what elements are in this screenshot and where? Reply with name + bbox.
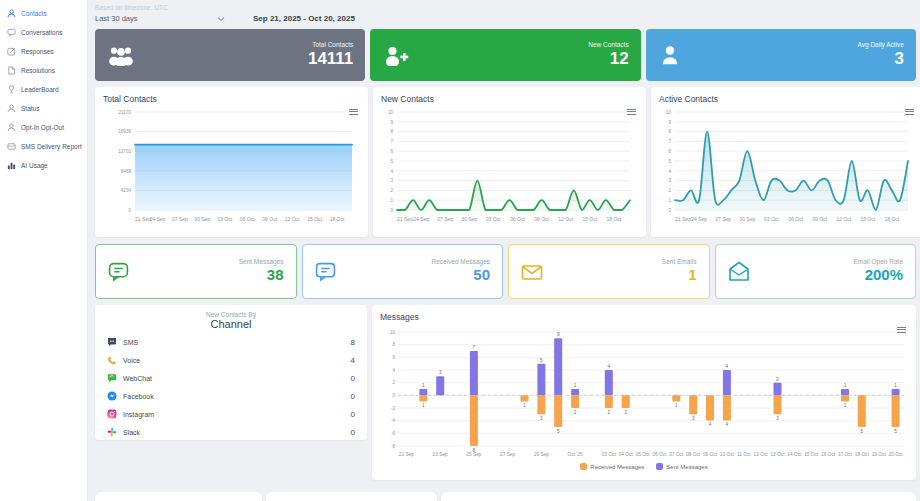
stat-cards-row: Total Contacts14111 New Contacts12 Avg D… [95, 29, 916, 81]
svg-text:8: 8 [668, 129, 671, 134]
svg-text:04 Oct: 04 Oct [619, 452, 634, 457]
svg-text:1: 1 [668, 198, 671, 203]
svg-text:11 Oct: 11 Oct [737, 452, 751, 457]
svg-text:2: 2 [574, 410, 577, 415]
channel-panel-subtitle: New Contacts By [107, 311, 355, 318]
svg-text:8: 8 [392, 342, 395, 347]
svg-text:03 Oct: 03 Oct [217, 216, 232, 222]
svg-text:15 Oct: 15 Oct [804, 452, 819, 457]
svg-text:13 Oct: 13 Oct [770, 452, 785, 457]
svg-text:10: 10 [666, 110, 672, 115]
chart-menu-icon[interactable] [349, 107, 358, 116]
svg-text:06 Oct: 06 Oct [652, 452, 667, 457]
chevron-down-icon [217, 16, 225, 22]
channel-value: 0 [351, 374, 355, 383]
svg-text:15 Oct: 15 Oct [860, 216, 875, 222]
timezone-note: Based on timezone: UTC [95, 4, 916, 11]
svg-text:1: 1 [894, 383, 897, 388]
stat-box-value: 200% [854, 265, 904, 285]
sidebar-item-status[interactable]: Status [0, 99, 87, 118]
svg-text:23 Sep: 23 Sep [433, 452, 449, 457]
stat-box-value: 50 [431, 265, 490, 285]
svg-text:9: 9 [390, 120, 393, 125]
svg-text:10 Oct: 10 Oct [720, 452, 735, 457]
svg-text:3: 3 [668, 178, 671, 183]
svg-text:4: 4 [668, 169, 671, 174]
envelope-icon [521, 262, 543, 282]
svg-text:09 Oct: 09 Oct [534, 216, 549, 222]
svg-text:-4: -4 [391, 418, 396, 423]
channel-row-slack: Slack 0 [107, 423, 355, 441]
stat-card-label: New Contacts [588, 41, 628, 48]
new-contacts-card: New Contacts12 [370, 29, 640, 81]
svg-text:9: 9 [668, 120, 671, 125]
legend-item-received[interactable]: Received Messages [580, 463, 644, 470]
total-contacts-panel: Total Contacts 2117016936127028468423402… [95, 87, 368, 237]
chart-menu-icon[interactable] [905, 107, 914, 116]
partial-card [441, 492, 916, 501]
legend-item-sent[interactable]: Sent Messages [656, 463, 707, 470]
svg-text:24 Sep: 24 Sep [413, 216, 429, 222]
user-plus-icon [382, 44, 410, 66]
user-icon [7, 104, 16, 113]
channel-value: 0 [351, 428, 355, 437]
svg-text:18 Oct: 18 Oct [607, 216, 622, 222]
svg-text:6: 6 [390, 149, 393, 154]
sidebar-item-opt-in-opt-out[interactable]: Opt-In Opt-Out [0, 118, 87, 137]
sent-messages-box: Sent Messages38 [95, 244, 297, 299]
channel-row-instagram: Instagram 0 [107, 405, 355, 423]
svg-text:3: 3 [692, 416, 695, 421]
slack-icon [107, 427, 117, 437]
svg-text:5: 5 [390, 159, 393, 164]
stat-card-label: Total Contacts [308, 41, 353, 48]
chart-menu-icon[interactable] [897, 325, 906, 334]
svg-text:5: 5 [861, 429, 864, 434]
users-group-icon [107, 44, 135, 66]
sidebar-item-ai-usage[interactable]: AI Usage [0, 156, 87, 175]
stat-box-label: Sent Messages [239, 258, 284, 265]
svg-text:0: 0 [128, 208, 131, 213]
svg-text:6: 6 [392, 355, 395, 360]
svg-text:06 Oct: 06 Oct [240, 216, 255, 222]
chat-icon [7, 28, 16, 37]
stat-box-label: Email Open Rate [854, 258, 904, 265]
svg-text:24 Sep: 24 Sep [149, 216, 165, 222]
svg-text:27 Sep: 27 Sep [172, 216, 188, 222]
svg-text:1: 1 [675, 403, 678, 408]
sidebar-item-contacts[interactable]: Contacts [0, 4, 87, 23]
svg-text:5: 5 [540, 358, 543, 363]
webchat-icon [107, 373, 117, 383]
svg-text:4: 4 [709, 422, 712, 427]
total-contacts-card: Total Contacts14111 [95, 29, 365, 81]
svg-text:03 Oct: 03 Oct [486, 216, 501, 222]
svg-text:9: 9 [557, 332, 560, 337]
svg-text:21 Sep: 21 Sep [675, 216, 691, 222]
stat-card-label: Avg Daily Active [858, 41, 904, 48]
svg-text:3: 3 [540, 416, 543, 421]
stat-card-value: 12 [588, 49, 628, 69]
svg-text:21170: 21170 [119, 110, 132, 115]
document-icon [7, 66, 16, 75]
svg-text:12702: 12702 [118, 149, 131, 154]
sidebar-item-responses[interactable]: Responses [0, 42, 87, 61]
date-range-display[interactable]: Sep 21, 2025 - Oct 20, 2025 [253, 14, 355, 23]
svg-text:07 Oct: 07 Oct [669, 452, 684, 457]
channel-value: 8 [351, 338, 355, 347]
email-open-rate-box: Email Open Rate200% [715, 244, 917, 299]
svg-text:5: 5 [668, 159, 671, 164]
svg-text:3: 3 [439, 370, 442, 375]
sidebar-item-sms-delivery-report[interactable]: SMS Delivery Report [0, 137, 87, 156]
messages-chart: 1086420-2-4-6-81137815395124221344423115… [380, 322, 908, 462]
svg-text:2: 2 [624, 410, 627, 415]
sidebar-item-leaderboard[interactable]: LeaderBoard [0, 80, 87, 99]
chart-menu-icon[interactable] [627, 107, 636, 116]
sidebar-item-conversations[interactable]: Conversations [0, 23, 87, 42]
period-select[interactable]: Last 30 days [95, 14, 225, 23]
svg-text:17 Oct: 17 Oct [838, 452, 853, 457]
channel-value: 0 [351, 392, 355, 401]
svg-text:7: 7 [668, 139, 671, 144]
total-contacts-chart: 21170169361270284684234021 Sep24 Sep27 S… [103, 104, 360, 227]
sidebar-item-resolutions[interactable]: Resolutions [0, 61, 87, 80]
svg-text:15 Oct: 15 Oct [582, 216, 597, 222]
stat-card-value: 3 [858, 49, 904, 69]
